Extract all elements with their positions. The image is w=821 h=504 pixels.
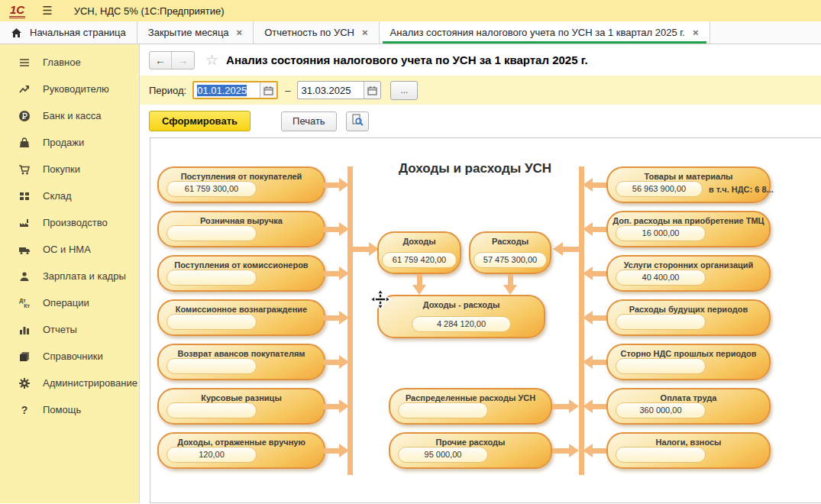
- report-header-row: ← → ☆ Анализ состояния налогового учета …: [140, 44, 821, 76]
- flow-arrow: [583, 399, 606, 413]
- period-more-button[interactable]: ...: [390, 81, 418, 100]
- diagram-block-exchange-differences[interactable]: Курсовые разницы: [157, 388, 325, 425]
- generate-button[interactable]: Сформировать: [149, 111, 251, 131]
- cart-icon: [15, 163, 34, 176]
- sidebar-item-reports[interactable]: Отчеты: [0, 316, 139, 343]
- period-from-value[interactable]: 01.01.2025: [197, 85, 247, 96]
- period-dash: –: [285, 85, 290, 96]
- value-pill: [398, 402, 488, 418]
- sidebar-item-bank-cash[interactable]: Банк и касса: [0, 102, 139, 129]
- back-button[interactable]: ←: [150, 52, 172, 69]
- sidebar-item-purchases[interactable]: Покупки: [0, 156, 139, 183]
- sidebar-item-main[interactable]: Главное: [0, 49, 139, 76]
- flow-arrow: [583, 222, 606, 236]
- diagram-block-retail-revenue[interactable]: Розничная выручка: [157, 211, 325, 247]
- diagram-block-payroll[interactable]: Оплата труда 360 000,00: [606, 388, 771, 425]
- diagram-title: Доходы и расходы УСН: [372, 161, 578, 176]
- diagram-block-deferred-expenses[interactable]: Расходы будущих периодов: [606, 299, 771, 336]
- flow-arrow: [324, 355, 349, 369]
- value-pill: 57 475 300,00: [474, 252, 547, 268]
- period-from-field[interactable]: 01.01.2025: [192, 81, 278, 99]
- sidebar-item-manager[interactable]: Руководителю: [0, 76, 139, 102]
- value-pill: [166, 358, 257, 374]
- calendar-icon[interactable]: [364, 82, 380, 99]
- tab-month-closing[interactable]: Закрытие месяца ×: [137, 21, 254, 44]
- tab-label: Начальная страница: [30, 27, 126, 38]
- bar-chart-icon: [15, 324, 34, 336]
- diagram-block-third-party-services[interactable]: Услуги сторонних организаций 40 400,00: [606, 255, 771, 292]
- value-pill: [616, 447, 706, 463]
- tab-usn-reporting[interactable]: Отчетность по УСН ×: [254, 21, 379, 44]
- close-icon[interactable]: ×: [362, 27, 368, 38]
- person-icon: [15, 270, 34, 283]
- close-icon[interactable]: ×: [237, 27, 243, 38]
- tab-usn-analysis[interactable]: Анализ состояния налогового учета по УСН…: [380, 21, 710, 44]
- flow-arrow: [324, 399, 349, 413]
- home-icon: [11, 27, 22, 38]
- factory-icon: [15, 217, 34, 229]
- sidebar-item-operations[interactable]: ДтКт Операции: [0, 289, 139, 316]
- main-menu-icon[interactable]: ☰: [42, 4, 52, 18]
- nav-button-group: ← →: [149, 51, 195, 69]
- diagram-block-taxes-contributions[interactable]: Налоги, взносы: [606, 432, 771, 469]
- value-pill: 61 759 300,00: [166, 181, 257, 197]
- tab-home[interactable]: Начальная страница: [0, 21, 137, 44]
- sidebar-item-fixed-assets[interactable]: ОС и НМА: [0, 236, 139, 263]
- print-preview-button[interactable]: [346, 111, 369, 131]
- diagram-block-other-expenses[interactable]: Прочие расходы 95 000,00: [389, 432, 552, 469]
- sidebar-item-sales[interactable]: Продажи: [0, 129, 139, 156]
- diagram-block-goods-materials[interactable]: Товары и материалы 56 963 900,00 в т.ч. …: [606, 166, 771, 203]
- value-pill: 360 000,00: [616, 402, 706, 418]
- diagram-block-commission-fee[interactable]: Комиссионное вознаграждение: [157, 299, 325, 336]
- flow-arrow: [324, 178, 349, 192]
- diagram-block-distributed-usn-expenses[interactable]: Распределенные расходы УСН: [389, 388, 552, 425]
- close-icon[interactable]: ×: [693, 27, 699, 38]
- favorite-star-icon[interactable]: ☆: [205, 51, 218, 69]
- diagram-block-income-minus-expenses[interactable]: Доходы - расходы 4 284 120,00: [377, 295, 545, 338]
- flow-arrow: [583, 178, 606, 192]
- value-pill: 4 284 120,00: [412, 316, 511, 332]
- diagram-block-advance-returns[interactable]: Возврат авансов покупателям: [157, 344, 325, 380]
- diagram-block-receipts-from-buyers[interactable]: Поступления от покупателей 61 759 300,00: [157, 166, 325, 203]
- period-to-value[interactable]: 31.03.2025: [298, 85, 364, 96]
- sidebar-item-administration[interactable]: Администрирование: [0, 370, 139, 396]
- diagram-block-vat-reversal[interactable]: Сторно НДС прошлых периодов: [606, 344, 771, 380]
- flow-arrow: [552, 444, 579, 457]
- value-pill: 61 759 420,00: [382, 252, 457, 268]
- flow-arrow: [324, 267, 349, 280]
- flow-arrow-down: [503, 274, 517, 295]
- tab-label: Закрытие месяца: [148, 27, 229, 38]
- diagram-block-expenses[interactable]: Расходы 57 475 300,00: [469, 231, 551, 274]
- sidebar-item-warehouse[interactable]: Склад: [0, 183, 139, 209]
- truck-icon: [15, 244, 34, 256]
- value-pill: [616, 358, 706, 374]
- calendar-icon[interactable]: [260, 82, 276, 98]
- flow-arrow: [553, 242, 579, 256]
- page-title: Анализ состояния налогового учета по УСН…: [226, 53, 588, 66]
- forward-button[interactable]: →: [172, 52, 194, 69]
- books-icon: [15, 351, 34, 363]
- sidebar-item-directories[interactable]: Справочники: [0, 343, 139, 370]
- value-pill: 16 000,00: [616, 225, 706, 241]
- sidebar-item-salary-hr[interactable]: Зарплата и кадры: [0, 263, 139, 289]
- menu-icon: [15, 57, 34, 69]
- flow-arrow: [353, 242, 379, 256]
- flow-arrow: [552, 399, 579, 413]
- period-to-field[interactable]: 31.03.2025: [297, 81, 381, 99]
- 1c-logo-icon: 1С: [9, 4, 25, 18]
- diagram-block-receipts-from-commissioners[interactable]: Поступления от комиссионеров: [157, 255, 325, 292]
- diagram-block-income[interactable]: Доходы 61 759 420,00: [377, 231, 461, 274]
- sidebar-item-help[interactable]: ? Помощь: [0, 396, 139, 423]
- diagram-block-manual-income[interactable]: Доходы, отраженные вручную 120,00: [157, 432, 325, 469]
- tab-label: Отчетность по УСН: [264, 27, 354, 38]
- sidebar-item-production[interactable]: Производство: [0, 209, 139, 236]
- diagram-block-additional-tmc-expenses[interactable]: Доп. расходы на приобретение ТМЦ 16 000,…: [606, 211, 771, 247]
- flow-arrow: [583, 311, 606, 325]
- print-button[interactable]: Печать: [281, 111, 337, 131]
- flow-arrow: [583, 444, 606, 457]
- flow-arrow: [324, 222, 349, 236]
- ruble-icon: [15, 110, 34, 122]
- tab-label: Анализ состояния налогового учета по УСН…: [390, 27, 685, 38]
- period-label: Период:: [149, 85, 186, 96]
- value-pill: [166, 270, 257, 286]
